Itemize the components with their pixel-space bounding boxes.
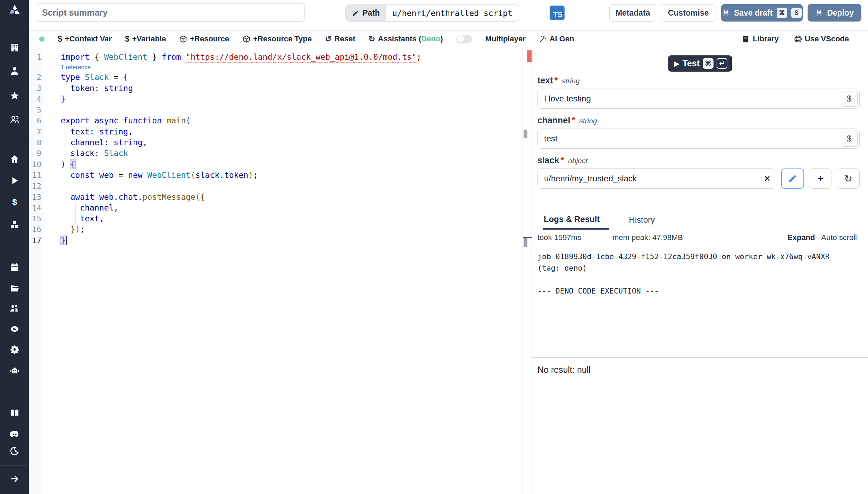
insert-variable-button[interactable]: $ — [841, 91, 858, 107]
code-line-13[interactable]: 13 await web.chat.postMessage({ — [29, 192, 523, 203]
sidebar-item-folders[interactable] — [0, 281, 29, 295]
code-line-7[interactable]: 7 text: string, — [29, 126, 523, 137]
sidebar-item-docs[interactable] — [0, 406, 29, 420]
line-number: 12 — [29, 181, 61, 191]
kbd-enter: ↵ — [717, 58, 727, 69]
code-line-9[interactable]: 9 slack: Slack — [29, 148, 523, 159]
metadata-button[interactable]: Metadata — [609, 4, 656, 22]
code-line-10[interactable]: 10) { — [29, 159, 523, 170]
script-summary-input[interactable] — [35, 3, 305, 22]
sidebar-item-schedules[interactable] — [0, 261, 29, 274]
editor-overview-ruler[interactable] — [523, 48, 532, 494]
code-line-4[interactable]: 4} — [29, 94, 523, 105]
windmill-logo-icon[interactable] — [0, 3, 29, 19]
add-resource-type-button[interactable]: +Resource Type — [242, 34, 312, 43]
code-text: text: string, — [61, 126, 133, 137]
line-number: 4 — [29, 94, 61, 105]
code-line-2[interactable]: 2type Slack = { — [29, 72, 523, 83]
building-icon — [10, 43, 19, 52]
field-label-channel: channel* string — [537, 115, 860, 125]
magic-wand-icon — [539, 35, 547, 43]
code-line-16[interactable]: 16 }); — [29, 224, 523, 235]
code-text: } — [61, 235, 67, 246]
indent-guide — [66, 181, 66, 191]
scrollbar-handle[interactable] — [524, 238, 527, 247]
add-variable-button[interactable]: $ +Variable — [125, 34, 166, 44]
code-line-5[interactable]: 5 — [29, 105, 523, 115]
code-line-6[interactable]: 6export async function main( — [29, 115, 523, 126]
sidebar-item-home[interactable] — [0, 152, 29, 166]
code-line-8[interactable]: 8 channel: string, — [29, 137, 523, 148]
code-line-14[interactable]: 14 channel, — [29, 203, 523, 213]
code-text: export async function main( — [61, 115, 191, 126]
code-line-1[interactable]: 1import { WebClient } from "https://deno… — [29, 52, 523, 63]
refresh-resource-button[interactable]: ↻ — [837, 168, 860, 189]
use-vscode-button[interactable]: Use VScode — [794, 34, 849, 43]
customise-button[interactable]: Customise — [661, 4, 716, 22]
code-line-15[interactable]: 15 text, — [29, 213, 523, 224]
pencil-icon — [788, 174, 797, 183]
sidebar-item-dark-mode[interactable] — [0, 444, 29, 458]
sidebar-item-ai[interactable] — [0, 364, 29, 378]
result-text: No result: null — [537, 365, 591, 374]
sidebar-item-variables[interactable]: $ — [0, 195, 29, 209]
code-line-17[interactable]: 17} — [29, 235, 523, 246]
sidebar-item-resources[interactable] — [0, 217, 29, 231]
code-text: ) { — [61, 159, 75, 170]
insert-variable-button[interactable]: $ — [841, 131, 858, 147]
codelens-reference-link[interactable]: 1 reference — [61, 64, 91, 71]
sidebar-item-runs[interactable] — [0, 174, 29, 188]
text-field-input[interactable] — [537, 89, 860, 109]
log-output: job 0189930d-1cbe-4329-f152-12ca359f0030… — [537, 251, 854, 297]
result-block: No result: null — [532, 357, 868, 494]
path-label-segment[interactable]: Path — [346, 5, 386, 21]
expand-logs-button[interactable]: Expand — [787, 233, 815, 242]
sidebar-item-expand-sidebar[interactable] — [0, 472, 29, 486]
path-widget[interactable]: Path u/henri/enthralled_script — [345, 5, 519, 22]
typescript-badge: TS — [550, 6, 565, 20]
line-number: 16 — [29, 224, 61, 235]
sidebar-item-user[interactable] — [0, 64, 29, 78]
code-editor[interactable]: 1import { WebClient } from "https://deno… — [29, 48, 523, 494]
log-viewer[interactable]: job 0189930d-1cbe-4329-f152-12ca359f0030… — [532, 246, 868, 357]
sidebar-item-discord[interactable] — [0, 427, 29, 441]
tab-history[interactable]: History — [629, 215, 655, 229]
deploy-button[interactable]: Deploy — [808, 4, 861, 22]
scrollbar-thumb[interactable] — [524, 130, 527, 138]
line-number: 5 — [29, 105, 61, 115]
add-resource-button[interactable]: +Resource — [179, 34, 229, 43]
assistants-button[interactable]: ↻ Assistants (Deno) — [368, 34, 443, 44]
code-lines[interactable]: 1import { WebClient } from "https://deno… — [29, 52, 523, 246]
sidebar-item-workers[interactable] — [0, 302, 29, 315]
code-line-3[interactable]: 3 token: string — [29, 83, 523, 94]
line-number: 8 — [29, 137, 61, 148]
save-draft-button[interactable]: Save draft ⌘ S — [721, 4, 803, 22]
add-context-var-button[interactable]: $ +Context Var — [58, 34, 112, 44]
field-label-text: text* string — [537, 75, 860, 85]
run-arguments-form: text* string $ channel* string $ slack* … — [537, 75, 860, 189]
auto-scroll-toggle[interactable]: Auto scroll — [821, 233, 857, 242]
reset-button[interactable]: ↺ Reset — [325, 34, 355, 44]
path-value[interactable]: u/henri/enthralled_script — [386, 5, 519, 21]
sidebar-item-audit-logs[interactable] — [0, 322, 29, 336]
add-resource-button[interactable]: + — [809, 168, 832, 189]
clear-icon[interactable]: × — [765, 172, 770, 185]
boxes-icon — [10, 220, 19, 229]
code-line-11[interactable]: 11 const web = new WebClient(slack.token… — [29, 170, 523, 181]
code-line-12[interactable]: 12 — [29, 181, 523, 191]
sidebar-item-workspace[interactable] — [0, 41, 29, 55]
code-text: slack: Slack — [61, 148, 128, 159]
tab-logs-result[interactable]: Logs & Result — [543, 214, 609, 230]
library-button[interactable]: Library — [742, 34, 779, 43]
sidebar-item-settings[interactable] — [0, 343, 29, 356]
ai-gen-button[interactable]: AI Gen — [539, 34, 574, 43]
arrow-right-icon — [10, 474, 19, 484]
code-text: channel, — [61, 203, 118, 213]
test-button[interactable]: ▶ Test ⌘ ↵ — [668, 55, 732, 72]
sidebar-item-favorites[interactable] — [0, 89, 29, 103]
channel-field-input[interactable] — [537, 129, 860, 149]
edit-resource-button[interactable] — [781, 168, 804, 189]
multiplayer-toggle[interactable] — [456, 35, 472, 43]
slack-resource-input[interactable] — [537, 168, 776, 189]
sidebar-item-groups[interactable] — [0, 113, 29, 126]
